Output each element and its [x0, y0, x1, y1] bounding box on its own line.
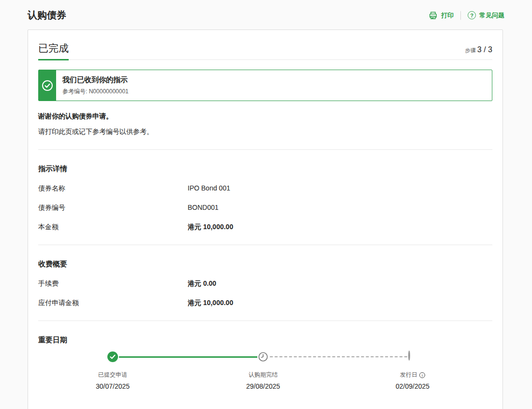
field-value-bond-code: BOND001: [188, 203, 219, 212]
field-value-handling-fee: 港元 0.00: [188, 279, 216, 288]
question-circle-icon: ?: [468, 11, 476, 19]
section-title-dates: 重要日期: [38, 336, 492, 345]
clock-icon: [258, 351, 268, 362]
faq-button[interactable]: ? 常见问题: [468, 11, 504, 20]
printer-icon: [429, 11, 438, 20]
important-dates-section: 重要日期: [38, 336, 492, 401]
thanks-message: 谢谢你的认购债券申请。: [38, 112, 492, 121]
empty-circle-icon: [408, 351, 410, 361]
field-value-principal: 港元 10,000.00: [188, 222, 233, 232]
milestone-name: 发行日: [400, 371, 417, 379]
section-divider: [38, 149, 492, 150]
field-label-payable-amount: 应付申请金额: [38, 298, 188, 307]
banner-title: 我们已收到你的指示: [62, 75, 129, 85]
status-title: 已完成: [38, 42, 69, 55]
milestone-upcoming-node: [408, 351, 410, 360]
timeline-segment-upcoming: [270, 356, 407, 357]
milestone-label-subscription-end: 认购期完结 29/08/2025: [205, 370, 321, 390]
instruction-details-section: 指示详情 债券名称 IPO Bond 001 债券编号 BOND001 本金额 …: [38, 164, 492, 232]
check-circle-icon: [107, 351, 118, 362]
header-actions: 打印 ? 常见问题: [429, 11, 504, 20]
print-button[interactable]: 打印: [429, 11, 454, 20]
actions-separator: [460, 11, 461, 20]
milestone-date: 29/08/2025: [205, 382, 321, 390]
print-note-message: 请打印此页或记下参考编号以供参考。: [38, 128, 492, 136]
page-title: 认购债券: [28, 9, 66, 22]
info-icon[interactable]: i: [419, 372, 425, 378]
step-label: 步骤: [465, 47, 476, 53]
detail-row: 债券名称 IPO Bond 001: [38, 184, 492, 193]
success-banner-body: 我们已收到你的指示 参考编号: N00000000001: [56, 70, 133, 101]
field-label-bond-name: 债券名称: [38, 184, 188, 193]
milestone-date: 30/07/2025: [55, 382, 171, 390]
milestone-name: 认购期完结: [249, 371, 278, 379]
success-banner-band: [39, 70, 56, 101]
detail-row: 手续费 港元 0.00: [38, 279, 492, 288]
detail-row: 应付申请金额 港元 10,000.00: [38, 298, 492, 307]
section-divider: [38, 245, 492, 245]
section-title-instruction: 指示详情: [38, 164, 492, 174]
field-label-handling-fee: 手续费: [38, 279, 188, 288]
milestone-label-submitted: 已提交申请 30/07/2025: [55, 370, 171, 390]
check-circle-icon: [42, 80, 53, 91]
status-active-underline: [38, 59, 69, 60]
confirmation-card: 已完成 步骤3 / 3 我们已收到你的指示 参考编号: N00000000001…: [28, 29, 503, 409]
timeline-segment-completed: [119, 356, 257, 358]
page-header: 认购债券 打印 ? 常见问题: [0, 0, 532, 29]
milestone-name: 已提交申请: [98, 371, 127, 379]
step-indicator: 步骤3 / 3: [465, 45, 492, 55]
step-value: 3 / 3: [477, 45, 492, 54]
field-label-principal: 本金额: [38, 222, 188, 232]
section-title-fees: 收费概要: [38, 260, 492, 269]
reference-value: N00000000001: [89, 88, 129, 95]
milestone-label-issue-date: 发行日 i 02/09/2025: [355, 370, 471, 390]
milestone-date: 02/09/2025: [355, 382, 471, 390]
detail-row: 本金额 港元 10,000.00: [38, 222, 492, 232]
field-value-bond-name: IPO Bond 001: [188, 184, 230, 193]
fee-summary-section: 收费概要 手续费 港元 0.00 应付申请金额 港元 10,000.00: [38, 260, 492, 307]
field-value-payable-amount: 港元 10,000.00: [188, 298, 233, 307]
section-divider: [38, 321, 492, 321]
success-banner: 我们已收到你的指示 参考编号: N00000000001: [38, 70, 492, 101]
field-label-bond-code: 债券编号: [38, 203, 188, 212]
milestone-pending-node: [258, 351, 268, 362]
dates-timeline: 已提交申请 30/07/2025 认购期完结 29/08/2025 发行日 i …: [38, 351, 492, 401]
reference-number: 参考编号: N00000000001: [62, 88, 129, 96]
status-heading-row: 已完成 步骤3 / 3: [38, 30, 492, 60]
faq-label: 常见问题: [479, 11, 504, 20]
detail-row: 债券编号 BOND001: [38, 203, 492, 212]
milestone-completed-node: [107, 351, 118, 362]
reference-label: 参考编号:: [62, 88, 87, 95]
print-label: 打印: [441, 11, 454, 20]
